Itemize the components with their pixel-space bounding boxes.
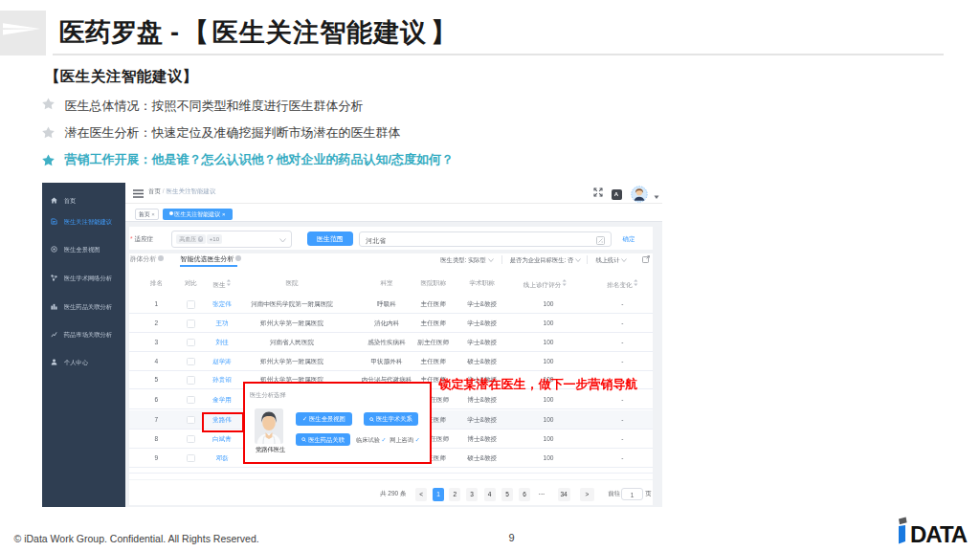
svg-text:DATA: DATA — [910, 521, 968, 547]
